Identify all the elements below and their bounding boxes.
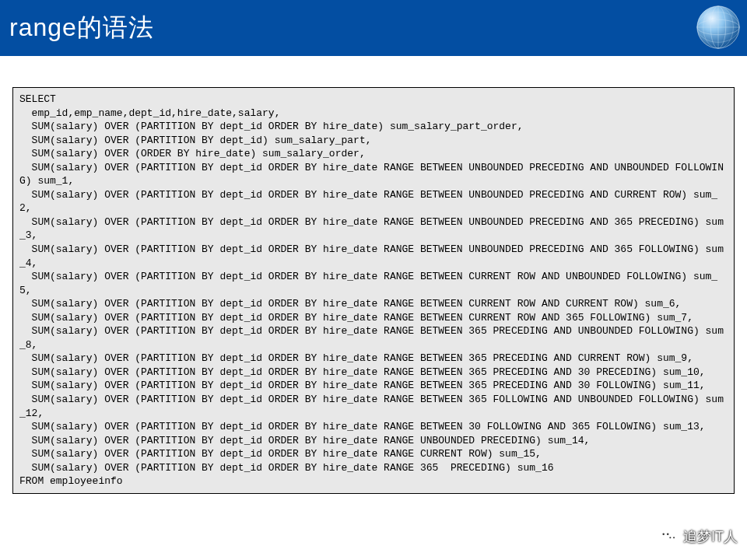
slide-header: range的语法 [0, 0, 747, 56]
svg-point-9 [662, 534, 665, 536]
svg-point-8 [667, 534, 678, 543]
watermark: 追梦IT人 [658, 527, 738, 546]
svg-point-12 [673, 537, 675, 538]
sql-code: SELECT emp_id,emp_name,dept_id,hire_date… [19, 93, 728, 488]
watermark-text: 追梦IT人 [683, 527, 738, 546]
globe-icon [694, 3, 742, 51]
slide-title: range的语法 [9, 11, 154, 45]
svg-point-11 [669, 537, 671, 538]
svg-point-10 [667, 534, 669, 536]
code-box: SELECT emp_id,emp_name,dept_id,hire_date… [12, 87, 735, 494]
wechat-icon [658, 528, 679, 545]
